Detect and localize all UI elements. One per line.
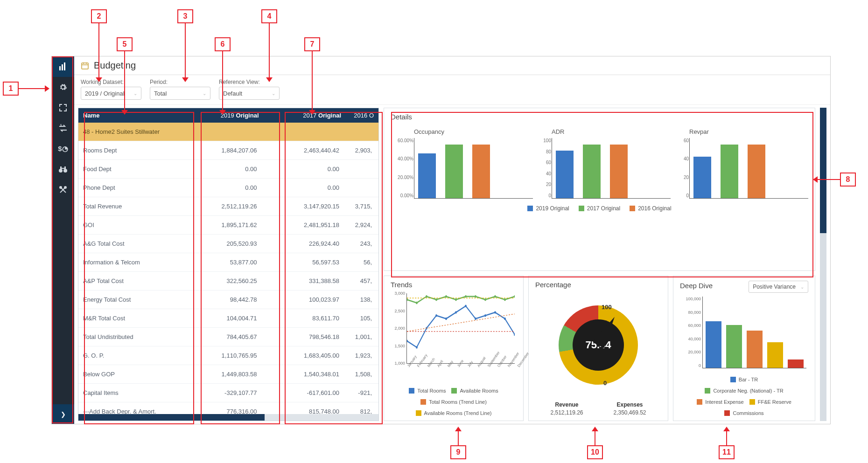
sidebar-item-revenue[interactable]: $◔ (52, 138, 74, 159)
cell-2017: -617,601.00 (264, 389, 346, 396)
svg-point-27 (435, 298, 437, 301)
svg-point-34 (504, 298, 506, 301)
scrollbar-thumb[interactable] (78, 414, 265, 421)
expenses-label: Expenses (613, 401, 646, 408)
cell-2019: 322,560.25 (181, 277, 264, 284)
reference-view-select[interactable]: Default ⌄ (219, 87, 280, 100)
svg-point-28 (445, 295, 447, 297)
cell-2017: 226,924.40 (264, 240, 346, 247)
svg-point-33 (494, 295, 496, 297)
sidebar-expand-button[interactable]: ❯ (52, 404, 74, 424)
table-row[interactable]: GOI1,895,171.622,481,951.182,924, (78, 216, 378, 235)
legend-label: 2019 Original (536, 205, 569, 212)
cell-name: Total Undistributed (78, 333, 181, 340)
expand-icon (59, 104, 67, 112)
svg-rect-6 (60, 166, 62, 169)
table-row[interactable]: ---Add Back Depr. & Amort.776,316.00815,… (78, 402, 378, 414)
callout-6: 6 (215, 37, 231, 51)
table-row[interactable]: Energy Total Cost98,442.78100,023.97138, (78, 290, 378, 309)
table-row[interactable]: A&G Total Cost205,520.93226,924.40243, (78, 235, 378, 253)
bar (721, 145, 738, 198)
table-row[interactable]: A&P Total Cost322,560.25331,388.58457, (78, 272, 378, 290)
revenue-value: 2,512,119.26 (550, 409, 583, 416)
legend-label: 2017 Original (587, 205, 620, 212)
deepdive-panel: Deep Dive Positive Variance ⌄ 100,00080,… (673, 276, 815, 421)
legend-label: Commissions (733, 410, 763, 416)
table-row[interactable]: Food Dept0.000.00 (78, 160, 378, 179)
sidebar-item-dashboard[interactable] (52, 56, 74, 77)
table-row[interactable]: 48 - Home2 Suites Stillwater (78, 123, 378, 141)
sidebar-item-tools[interactable] (52, 180, 74, 200)
working-dataset-select[interactable]: 2019 / Original ⌄ (81, 87, 141, 100)
cell-2019: 98,442.78 (181, 296, 264, 303)
svg-point-25 (416, 302, 418, 304)
cell-name: G. O. P. (78, 352, 181, 359)
table-row[interactable]: Total Undistributed784,405.67798,546.181… (78, 328, 378, 346)
sidebar-item-settings[interactable] (52, 77, 74, 97)
percentage-panel: Percentage 100 75.44 0 Revenue2, (528, 276, 668, 421)
bar (748, 145, 765, 198)
legend-swatch (409, 388, 414, 394)
svg-point-16 (445, 318, 447, 320)
svg-point-4 (59, 169, 63, 173)
cell-name: Energy Total Cost (78, 296, 181, 303)
svg-point-13 (416, 346, 418, 348)
v-scrollbar[interactable] (820, 108, 826, 421)
transfer-icon: $ (58, 124, 68, 132)
table-row[interactable]: Total Revenue2,512,119.263,147,920.153,7… (78, 197, 378, 216)
table-row[interactable]: Rooms Dept1,884,207.062,463,440.422,903, (78, 141, 378, 160)
cell-2016: 138, (346, 296, 378, 303)
svg-point-9 (60, 187, 62, 188)
reference-view-value: Default (223, 90, 242, 97)
table-row[interactable]: Phone Dept0.000.00 (78, 179, 378, 197)
cell-name: Below GOP (78, 371, 181, 378)
table-row[interactable]: Information & Telcom53,877.0056,597.5356… (78, 253, 378, 272)
cell-2016: 457, (346, 277, 378, 284)
col-2016[interactable]: 2016 O (346, 108, 378, 123)
cell-name: Total Revenue (78, 203, 181, 210)
bar (788, 359, 804, 368)
cell-2017: 798,546.18 (264, 333, 346, 340)
table-row[interactable]: M&R Total Cost104,004.7183,611.70105, (78, 309, 378, 328)
legend-swatch (705, 388, 710, 394)
trends-panel: Trends 3,0002,5002,0001,5001,000 January… (384, 276, 524, 421)
cell-2016: 1,923, (346, 352, 378, 359)
bar-chart-icon (59, 62, 67, 71)
col-name[interactable]: Name (78, 108, 181, 123)
legend-swatch (749, 399, 755, 405)
cell-2019: 53,877.00 (181, 259, 264, 266)
cell-name: Information & Telcom (78, 259, 181, 266)
sidebar-item-transfer[interactable]: $ (52, 118, 74, 138)
table-row[interactable]: Capital Items-329,107.77-617,601.00-921, (78, 384, 378, 402)
cell-2019: 0.00 (181, 184, 264, 191)
cell-2017: 83,611.70 (264, 315, 346, 322)
sidebar-item-expand-view[interactable] (52, 97, 74, 118)
cell-2019: 1,110,765.95 (181, 352, 264, 359)
table-row[interactable]: Below GOP1,449,803.581,540,348.011,508, (78, 365, 378, 384)
cell-2019: 104,004.71 (181, 315, 264, 322)
col-2017[interactable]: 2017 Original (264, 108, 346, 123)
period-select[interactable]: Total ⌄ (150, 87, 210, 100)
chevron-down-icon: ⌄ (800, 284, 804, 290)
bar (693, 157, 711, 198)
details-panel: Details Occupancy60.00%40.00%20.00%0.00%… (384, 108, 815, 271)
bar (767, 342, 783, 368)
table-h-scrollbar[interactable] (78, 414, 378, 421)
cell-2016: -921, (346, 389, 378, 396)
percentage-title: Percentage (535, 281, 661, 289)
callout-1: 1 (3, 82, 19, 96)
svg-point-22 (504, 318, 506, 320)
cell-2016: 1,508, (346, 371, 378, 378)
cell-2017: 815,748.00 (264, 408, 346, 414)
scrollbar-thumb[interactable] (820, 108, 826, 233)
cell-name: Phone Dept (78, 184, 181, 191)
bar (418, 153, 436, 198)
table-row[interactable]: G. O. P.1,110,765.951,683,405.001,923, (78, 346, 378, 365)
page-title: Budgeting (94, 60, 136, 71)
cell-2019: -329,107.77 (181, 389, 264, 396)
svg-point-29 (455, 298, 457, 301)
callout-11: 11 (719, 445, 735, 459)
deepdive-select[interactable]: Positive Variance ⌄ (749, 281, 808, 293)
svg-rect-11 (82, 63, 88, 69)
sidebar-item-search[interactable] (52, 159, 74, 180)
